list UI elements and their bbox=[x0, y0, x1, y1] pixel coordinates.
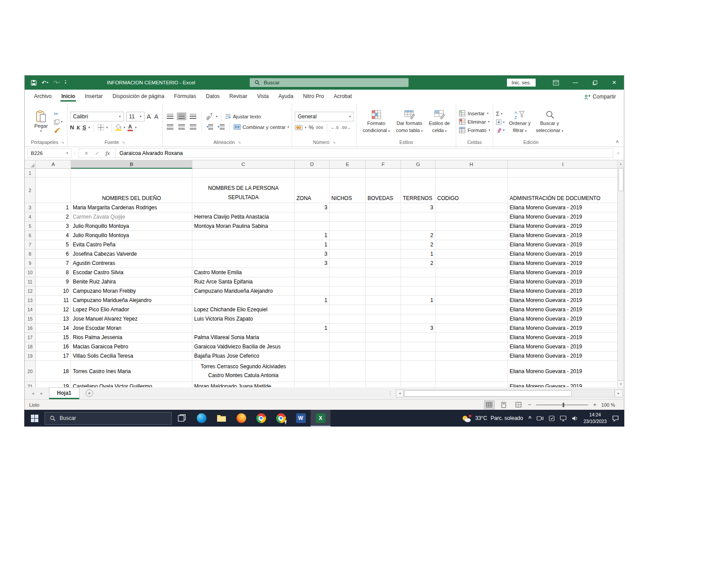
vertical-scrollbar[interactable]: ▴ ▾ bbox=[617, 160, 624, 387]
cell-B20[interactable]: Torres Castro Ines Maria bbox=[71, 361, 192, 382]
format-as-table-button[interactable]: Dar formatocomo tabla ▾ bbox=[393, 110, 426, 133]
action-center-icon[interactable] bbox=[612, 415, 619, 422]
cell-E15[interactable] bbox=[330, 314, 366, 324]
cell-F15[interactable] bbox=[366, 314, 401, 324]
align-top-button[interactable] bbox=[165, 113, 175, 120]
cell-G3[interactable]: 3 bbox=[401, 203, 435, 212]
zoom-out-button[interactable]: − bbox=[528, 401, 532, 408]
cell-D13[interactable]: 1 bbox=[295, 296, 330, 305]
row-header-2[interactable]: 2 bbox=[25, 178, 36, 203]
align-bottom-button[interactable] bbox=[188, 113, 198, 120]
cell-A12[interactable]: 10 bbox=[36, 287, 71, 296]
row-header-21[interactable]: 21 bbox=[25, 382, 36, 387]
column-header-A[interactable]: A bbox=[36, 160, 71, 169]
cell-A18[interactable]: 16 bbox=[36, 342, 71, 351]
cell-G12[interactable] bbox=[401, 287, 435, 296]
italic-button[interactable]: K bbox=[76, 124, 80, 131]
cell-E3[interactable] bbox=[330, 203, 366, 212]
column-header-I[interactable]: I bbox=[508, 160, 618, 169]
cell-styles-button[interactable]: Estilos decelda ▾ bbox=[426, 110, 453, 133]
format-painter-button[interactable] bbox=[54, 127, 60, 133]
borders-icon[interactable] bbox=[98, 124, 104, 131]
horizontal-scrollbar[interactable] bbox=[404, 389, 615, 397]
cell-C11[interactable]: Ruiz Arce Santa Epifania bbox=[192, 277, 295, 287]
cell-A16[interactable]: 14 bbox=[36, 324, 71, 333]
cell-G17[interactable] bbox=[401, 333, 435, 342]
font-name-select[interactable]: Calibri▾ bbox=[70, 112, 124, 121]
scroll-up-icon[interactable]: ▴ bbox=[618, 160, 624, 167]
confirm-entry-icon[interactable]: ✓ bbox=[95, 151, 99, 156]
cell-H5[interactable] bbox=[435, 222, 508, 231]
cell-D8[interactable]: 3 bbox=[295, 249, 330, 259]
cell-G6[interactable]: 2 bbox=[401, 231, 435, 240]
align-left-button[interactable] bbox=[165, 123, 175, 131]
orientation-icon[interactable]: ab↗ bbox=[205, 112, 214, 121]
normal-view-button[interactable] bbox=[484, 401, 494, 409]
cell-E8[interactable] bbox=[330, 249, 366, 259]
cell-A15[interactable]: 13 bbox=[36, 314, 71, 324]
cell-I13[interactable]: Eliana Moreno Guevara - 2019 bbox=[508, 296, 618, 305]
cell-F2[interactable]: BOVEDAS bbox=[366, 178, 401, 203]
cell-A4[interactable]: 2 bbox=[36, 212, 71, 222]
align-center-button[interactable] bbox=[177, 123, 186, 131]
cell-B2[interactable]: NOMBRES DEL DUEÑO bbox=[71, 178, 192, 203]
cell-D14[interactable] bbox=[295, 305, 330, 314]
cell-D21[interactable] bbox=[295, 382, 330, 387]
tray-app-icon[interactable] bbox=[549, 416, 555, 421]
cell-C3[interactable] bbox=[192, 203, 295, 212]
cell-A8[interactable]: 6 bbox=[36, 249, 71, 259]
cell-C9[interactable] bbox=[192, 259, 295, 268]
cell-F8[interactable] bbox=[366, 249, 401, 259]
merge-center-button[interactable]: Combinar y centrar▾ bbox=[233, 124, 289, 130]
cell-A3[interactable]: 1 bbox=[36, 203, 71, 212]
cell-A1[interactable] bbox=[36, 169, 71, 178]
copy-button[interactable]: ▾ bbox=[54, 119, 63, 125]
cell-B9[interactable]: Agustin Contreras bbox=[71, 259, 192, 268]
decrease-decimal-button[interactable]: .00→ bbox=[341, 125, 352, 130]
cell-D5[interactable] bbox=[295, 222, 330, 231]
cell-G9[interactable]: 2 bbox=[401, 259, 435, 268]
cell-H4[interactable] bbox=[435, 212, 508, 222]
cell-F10[interactable] bbox=[366, 268, 401, 277]
cell-D10[interactable] bbox=[295, 268, 330, 277]
cell-I11[interactable]: Eliana Moreno Guevara - 2019 bbox=[508, 277, 618, 287]
cell-C16[interactable] bbox=[192, 324, 295, 333]
cell-C19[interactable]: Bajaña Pluas Jose Ceferico bbox=[192, 351, 295, 361]
comma-style-button[interactable]: 000 bbox=[316, 125, 323, 130]
column-header-C[interactable]: C bbox=[192, 160, 295, 169]
column-header-D[interactable]: D bbox=[295, 160, 330, 169]
ribbon-tab-datos[interactable]: Datos bbox=[201, 91, 224, 103]
save-icon[interactable] bbox=[31, 80, 37, 86]
tray-volume-icon[interactable] bbox=[572, 416, 578, 421]
cell-B10[interactable]: Escodar Castro Silvia bbox=[71, 268, 192, 277]
find-select-button[interactable]: Buscar yseleccionar ▾ bbox=[533, 110, 566, 133]
row-header-18[interactable]: 18 bbox=[25, 342, 36, 351]
maximize-button[interactable] bbox=[585, 76, 604, 90]
ribbon-tab-inicio[interactable]: Inicio bbox=[56, 91, 80, 103]
cell-C15[interactable]: Luis Victoria Rios Zapato bbox=[192, 314, 295, 324]
row-header-8[interactable]: 8 bbox=[25, 249, 36, 259]
cell-H9[interactable] bbox=[435, 259, 508, 268]
ribbon-tab-acrobat[interactable]: Acrobat bbox=[329, 91, 356, 103]
cell-F3[interactable] bbox=[366, 203, 401, 212]
underline-button[interactable]: S bbox=[83, 124, 86, 131]
cell-I5[interactable]: Eliana Moreno Guevara - 2019 bbox=[508, 222, 618, 231]
cell-H20[interactable] bbox=[435, 361, 508, 382]
cell-I19[interactable]: Eliana Moreno Guevara - 2019 bbox=[508, 351, 618, 361]
cell-A17[interactable]: 15 bbox=[36, 333, 71, 342]
cell-D4[interactable] bbox=[295, 212, 330, 222]
cell-F14[interactable] bbox=[366, 305, 401, 314]
dialog-launcher-icon[interactable]: ⇘ bbox=[333, 140, 336, 144]
cell-B12[interactable]: Campuzano Moran Frebby bbox=[71, 287, 192, 296]
row-header-14[interactable]: 14 bbox=[25, 305, 36, 314]
row-header-1[interactable]: 1 bbox=[25, 169, 36, 178]
cell-A19[interactable]: 17 bbox=[36, 351, 71, 361]
cell-B15[interactable]: Jose Manuel Alvarez Yepez bbox=[71, 314, 192, 324]
zoom-in-button[interactable]: + bbox=[593, 401, 597, 408]
hscroll-right-icon[interactable]: ▸ bbox=[615, 389, 623, 397]
clear-button[interactable]: ▾ bbox=[496, 127, 505, 133]
cell-H8[interactable] bbox=[435, 249, 508, 259]
row-header-20[interactable]: 20 bbox=[25, 361, 36, 382]
cell-A9[interactable]: 7 bbox=[36, 259, 71, 268]
cell-H11[interactable] bbox=[435, 277, 508, 287]
